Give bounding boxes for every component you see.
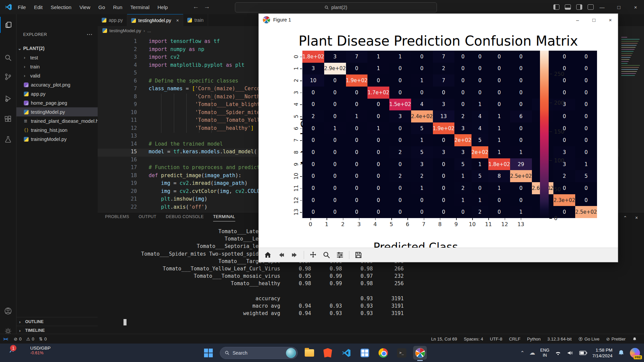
notification-bell-icon[interactable] xyxy=(617,349,625,357)
panel-tab-problems[interactable]: PROBLEMS xyxy=(105,214,129,221)
taskbar-app-terminal-app[interactable]: >_ xyxy=(395,346,408,360)
status-error-icon[interactable]: ⊘0 xyxy=(11,337,24,342)
heatmap-cell-r12c9: 0 xyxy=(488,194,510,206)
file-row-trained_plant_disease_model.h5[interactable]: ≣trained_plant_disease_model.h5 xyxy=(16,116,98,125)
taskbar-app-chrome[interactable] xyxy=(376,346,390,360)
code-token: image_path xyxy=(213,180,244,186)
volume-icon[interactable] xyxy=(567,350,574,356)
timeline-section[interactable]: ›TIMELINE xyxy=(16,326,100,335)
back-icon[interactable] xyxy=(277,251,286,259)
testing-flask-icon[interactable] xyxy=(0,132,16,148)
status-warning-icon[interactable]: ⚠0 xyxy=(24,337,37,342)
taskbar-app-vscode[interactable] xyxy=(339,346,353,360)
tab-close-icon[interactable]: × xyxy=(176,18,179,23)
pan-icon[interactable] xyxy=(309,251,317,259)
forward-icon[interactable] xyxy=(290,251,299,259)
language-indicator[interactable]: ENGIN xyxy=(540,348,549,358)
menu-item-terminal[interactable]: Terminal xyxy=(127,3,153,11)
outline-section[interactable]: ›OUTLINE xyxy=(16,317,100,326)
figure-minimize-button[interactable]: – xyxy=(576,17,579,23)
menu-item-selection[interactable]: Selection xyxy=(47,3,75,11)
zoom-icon[interactable] xyxy=(322,251,331,259)
onedrive-cloud-icon[interactable]: ☁ xyxy=(530,349,535,356)
file-row-valid[interactable]: ›valid xyxy=(16,71,98,80)
menu-item-view[interactable]: View xyxy=(76,3,94,11)
minimap[interactable] xyxy=(619,35,644,212)
cell-value: 1 xyxy=(498,149,501,155)
explorer-icon[interactable] xyxy=(0,17,17,33)
subplot-config-icon[interactable] xyxy=(336,251,344,259)
toggle-panel-icon[interactable] xyxy=(565,4,571,10)
tray-chevron-icon[interactable]: ⌃ xyxy=(520,350,525,356)
explorer-root-folder[interactable]: ⌄ PLANT(2) xyxy=(18,44,96,52)
clock[interactable]: 1:58 PM 7/14/2024 xyxy=(592,347,612,359)
taskbar-app-brave[interactable] xyxy=(321,346,335,360)
menu-item-edit[interactable]: Edit xyxy=(30,3,46,11)
panel-tab-terminal[interactable]: TERMINAL xyxy=(213,214,235,221)
file-row-accuracy_plot.png[interactable]: accuracy_plot.png xyxy=(16,80,98,89)
menu-item-file[interactable]: File xyxy=(14,3,30,11)
customize-layout-icon[interactable] xyxy=(588,4,594,10)
taskbar-app-windows-logo[interactable] xyxy=(201,346,215,360)
home-icon[interactable] xyxy=(263,251,272,259)
battery-icon[interactable] xyxy=(579,350,587,356)
figure-window[interactable]: Figure 1 –□× Plant Disease Prediction Co… xyxy=(258,13,618,262)
taskbar-app-store-tile[interactable] xyxy=(358,346,371,360)
status-item-crlf[interactable]: CRLF xyxy=(507,337,523,342)
figure-close-button[interactable]: × xyxy=(609,17,612,23)
file-row-home_page.jpeg[interactable]: home_page.jpeg xyxy=(16,98,98,107)
extensions-icon[interactable] xyxy=(0,111,16,127)
status-item-utf-8[interactable]: UTF-8 xyxy=(488,337,505,342)
cell-value: 0 xyxy=(519,137,523,143)
wifi-icon[interactable] xyxy=(554,350,562,356)
status-item-spaces-4[interactable]: Spaces: 4 xyxy=(461,337,486,342)
copilot-icon[interactable]: PRE xyxy=(630,348,640,358)
figure-titlebar[interactable]: Figure 1 –□× xyxy=(259,14,618,26)
taskbar-app-matplotlib-figure[interactable] xyxy=(413,346,427,360)
status-item-ln-15-col-69[interactable]: Ln 15, Col 69 xyxy=(429,337,459,342)
panel-maximize-icon[interactable]: ⌃ xyxy=(623,215,627,220)
toggle-sidebar-icon[interactable] xyxy=(553,4,559,10)
heatmap-cell-r2c4: 0 xyxy=(389,74,411,87)
minimize-button[interactable]: — xyxy=(594,0,610,14)
save-icon[interactable] xyxy=(354,251,363,259)
status-item-go-live[interactable]: ⦿Go Live xyxy=(576,337,602,342)
file-row-testingModel.py[interactable]: testingModel.py xyxy=(16,107,98,116)
status-item-prettier[interactable]: ⊘Prettier xyxy=(604,337,628,342)
history-forward-icon[interactable]: → xyxy=(201,3,213,10)
python-icon xyxy=(24,92,29,96)
panel-tab-debug-console[interactable]: DEBUG CONSOLE xyxy=(166,214,204,221)
close-button[interactable]: × xyxy=(627,0,644,14)
explorer-more-actions-icon[interactable]: ⋯ xyxy=(87,31,92,38)
menu-item-go[interactable]: Go xyxy=(95,3,109,11)
menu-item-run[interactable]: Run xyxy=(109,3,126,11)
status-bell-icon[interactable] xyxy=(630,337,639,342)
file-row-training_hist.json[interactable]: {}training_hist.json xyxy=(16,125,98,135)
search-sidebar-icon[interactable] xyxy=(0,50,16,66)
file-row-trainingModel.py[interactable]: trainingModel.py xyxy=(16,135,98,144)
file-row-test[interactable]: ›test xyxy=(16,53,98,62)
tab-testingModel.py[interactable]: testingModel.py× xyxy=(127,14,183,27)
run-debug-icon[interactable] xyxy=(0,91,16,107)
history-back-icon[interactable]: ← xyxy=(190,3,202,10)
tab-train[interactable]: train xyxy=(183,14,208,26)
cell-value: 2.5e+02 xyxy=(575,209,597,215)
file-row-train[interactable]: ›train xyxy=(16,62,98,71)
maximize-button[interactable]: □ xyxy=(610,0,627,14)
panel-tab-output[interactable]: OUTPUT xyxy=(139,214,156,221)
account-icon[interactable] xyxy=(0,303,16,319)
command-search-input[interactable]: plant(2) xyxy=(235,2,437,12)
tab-app.py[interactable]: app.py xyxy=(98,14,127,26)
source-control-icon[interactable] xyxy=(0,69,16,85)
status-item-python[interactable]: Python xyxy=(525,337,543,342)
status-ports-icon[interactable]: ⇅0 xyxy=(37,337,49,342)
panel-close-icon[interactable]: × xyxy=(635,215,638,220)
figure-maximize-button[interactable]: □ xyxy=(592,17,595,23)
remote-indicator-icon[interactable]: >< xyxy=(0,334,11,344)
toggle-secondary-sidebar-icon[interactable] xyxy=(576,4,582,10)
taskbar-search[interactable]: Search xyxy=(220,347,298,359)
menu-item-help[interactable]: Help xyxy=(154,3,171,11)
file-row-app.py[interactable]: app.py xyxy=(16,89,98,98)
taskbar-app-file-explorer[interactable] xyxy=(302,346,316,360)
status-item-3-12-3-64-bit[interactable]: 3.12.3 64-bit xyxy=(545,337,574,342)
